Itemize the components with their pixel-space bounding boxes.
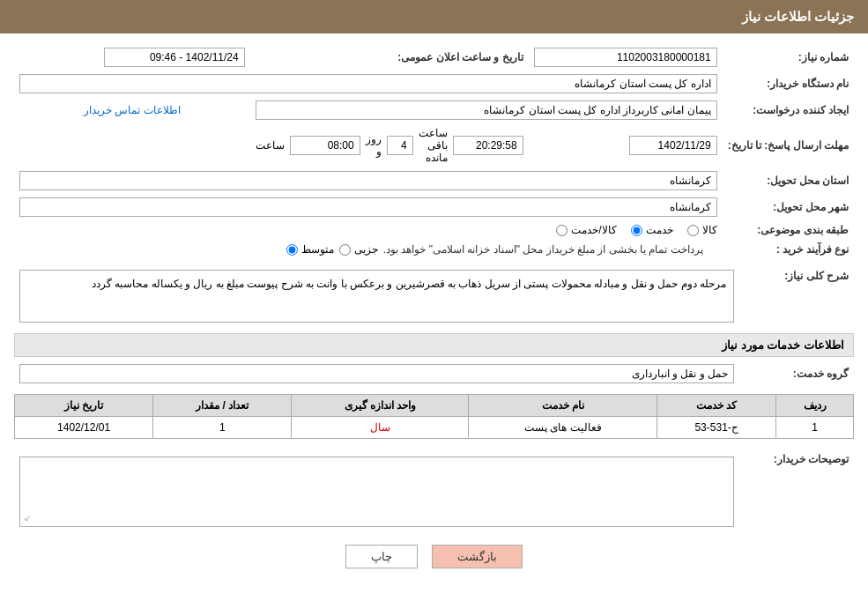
purchase-type-jozi[interactable]: جزیی bbox=[339, 243, 378, 256]
city-label: شهر محل تحویل: bbox=[723, 194, 854, 220]
deadline-remaining-label: ساعت باقی مانده bbox=[419, 127, 448, 164]
category-kala-label: کالا bbox=[702, 224, 717, 236]
province-label: استان محل تحویل: bbox=[723, 167, 854, 194]
city-value: کرمانشاه bbox=[19, 197, 717, 217]
back-button[interactable]: بازگشت bbox=[432, 545, 523, 568]
col-name: نام خدمت bbox=[469, 395, 657, 417]
deadline-days-label: روز و bbox=[366, 133, 382, 158]
buttons-row: بازگشت چاپ bbox=[14, 545, 854, 568]
category-radio-group: کالا/خدمت خدمت کالا bbox=[19, 224, 717, 236]
col-count: تعداد / مقدار bbox=[153, 395, 292, 417]
order-number-label: شماره نیاز: bbox=[723, 44, 854, 71]
announce-value: 1402/11/24 - 09:46 bbox=[104, 48, 245, 67]
purchase-type-note: پرداخت تمام یا بخشی از مبلغ خریداز محل "… bbox=[383, 243, 703, 256]
buyer-notes-corner: ↙ bbox=[24, 513, 31, 523]
col-row: ردیف bbox=[776, 395, 854, 417]
row-date: 1402/12/01 bbox=[15, 417, 153, 439]
purchase-type-label: نوع فرآیند خرید : bbox=[723, 240, 854, 259]
service-group-value: حمل و نقل و انبارداری bbox=[19, 364, 734, 383]
deadline-time: 08:00 bbox=[290, 136, 360, 155]
category-label: طبقه بندی موضوعی: bbox=[723, 220, 854, 240]
col-unit: واحد اندازه گیری bbox=[292, 395, 469, 417]
page-header: جزئیات اطلاعات نیاز bbox=[0, 0, 868, 33]
services-table: ردیف کد خدمت نام خدمت واحد اندازه گیری ت… bbox=[14, 394, 854, 439]
col-code: کد خدمت bbox=[657, 395, 775, 417]
row-count: 1 bbox=[153, 417, 292, 439]
row-code: ح-531-53 bbox=[657, 417, 775, 439]
table-row: 1 ح-531-53 فعالیت های پست سال 1 1402/12/… bbox=[15, 417, 854, 439]
contact-info-link[interactable]: اطلاعات تماس خریدار bbox=[84, 104, 181, 116]
announce-label: تاریخ و ساعت اعلان عمومی: bbox=[250, 44, 529, 71]
deadline-date: 1402/11/29 bbox=[629, 136, 717, 155]
buyer-org-value: اداره کل پست استان کرمانشاه bbox=[19, 74, 717, 93]
category-kala-khedmat-label: کالا/خدمت bbox=[571, 224, 616, 236]
row-name: فعالیت های پست bbox=[469, 417, 657, 439]
province-value: کرمانشاه bbox=[19, 171, 717, 190]
row-unit: سال bbox=[292, 417, 469, 439]
category-khedmat-label: خدمت bbox=[646, 224, 673, 236]
purchase-type-motevaset[interactable]: متوسط bbox=[286, 243, 334, 256]
deadline-days: 4 bbox=[387, 136, 413, 155]
deadline-label: مهلت ارسال پاسخ: تا تاریخ: bbox=[723, 123, 854, 167]
order-number-value: 1102003180000181 bbox=[534, 48, 717, 67]
category-kala[interactable]: کالا bbox=[687, 224, 717, 236]
col-date: تاریخ نیاز bbox=[15, 395, 153, 417]
description-label: شرح کلی نیاز: bbox=[739, 266, 854, 326]
deadline-remaining: 20:29:58 bbox=[453, 136, 523, 155]
purchase-motevaset-label: متوسط bbox=[301, 243, 334, 256]
description-text: مرحله دوم حمل و نقل و مبادله محمولات پست… bbox=[19, 270, 734, 323]
print-button[interactable]: چاپ bbox=[345, 545, 418, 568]
deadline-time-label: ساعت bbox=[256, 139, 285, 152]
services-section-header: اطلاعات خدمات مورد نیاز bbox=[14, 333, 854, 357]
service-group-label: گروه خدمت: bbox=[739, 360, 854, 387]
category-khedmat[interactable]: خدمت bbox=[631, 224, 673, 236]
buyer-notes-box: ↙ bbox=[19, 457, 734, 527]
creator-label: ایجاد کننده درخواست: bbox=[723, 97, 854, 123]
purchase-jozi-label: جزیی bbox=[354, 243, 378, 256]
page-title: جزئیات اطلاعات نیاز bbox=[742, 9, 854, 24]
buyer-notes-label: توصیحات خریدار: bbox=[739, 449, 854, 531]
category-kala-khedmat[interactable]: کالا/خدمت bbox=[556, 224, 616, 236]
creator-value: پیمان امانی کاربرداز اداره کل پست استان … bbox=[256, 100, 717, 120]
row-number: 1 bbox=[776, 417, 854, 439]
buyer-org-label: نام دستگاه خریدار: bbox=[723, 71, 854, 97]
